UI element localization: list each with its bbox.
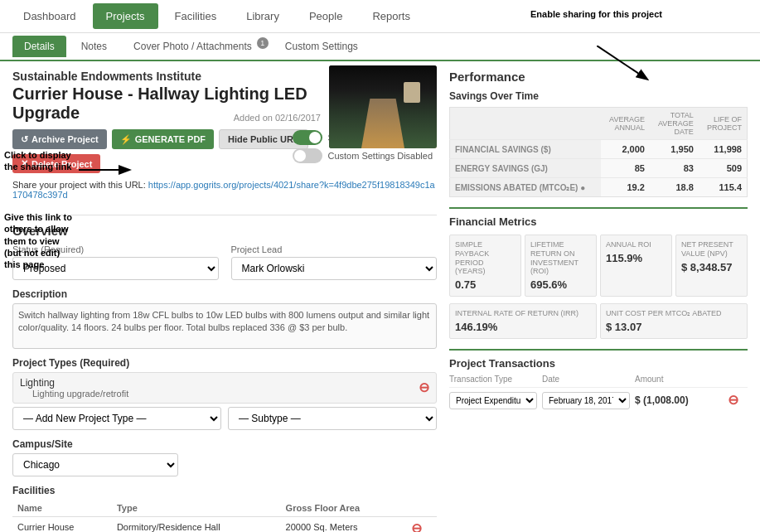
tab-cover-photo[interactable]: Cover Photo / Attachments 1 xyxy=(122,36,270,57)
nav-library[interactable]: Library xyxy=(233,3,293,29)
metric-roi-lifetime: LIFETIME RETURN ON INVESTMENT (ROI) 695.… xyxy=(525,235,597,297)
facility-type: Dormitory/Residence Hall xyxy=(112,517,281,533)
archive-icon: ↺ xyxy=(21,134,28,145)
enable-sharing-annotation: Enable sharing for this project xyxy=(530,8,662,20)
click-sharing-annotation: Click to displaythe sharing link xyxy=(4,149,71,173)
col-trans-type: Transaction Type xyxy=(449,375,537,384)
metric-npv: NET PRESENT VALUE (NPV) $ 8,348.57 xyxy=(675,235,748,297)
separator-1 xyxy=(12,215,437,215)
savings-energy-date: 83 xyxy=(650,159,699,178)
custom-settings-toggle[interactable] xyxy=(293,148,322,163)
col-average-annual: AVERAGEANNUAL xyxy=(601,108,650,140)
facilities-label: Facilities xyxy=(12,485,437,496)
sharing-enabled-toggle[interactable] xyxy=(293,130,322,145)
metric-irr: INTERNAL RATE OF RETURN (IRR) 146.19% xyxy=(449,303,597,339)
savings-energy-life: 509 xyxy=(699,159,748,178)
transaction-row: Project Expenditure February 18, 2017 $ … xyxy=(449,387,748,414)
financial-metrics-grid-2: INTERNAL RATE OF RETURN (IRR) 146.19% UN… xyxy=(449,303,748,339)
savings-financial-life: 11,998 xyxy=(699,140,748,159)
tab-custom-settings[interactable]: Custom Settings xyxy=(274,36,370,57)
add-subtype-select[interactable]: — Subtype — xyxy=(228,407,437,430)
overview-title: Overview xyxy=(12,224,437,238)
metric-irr-value: 146.19% xyxy=(455,321,591,333)
give-link-annotation: Give this link toothers to allowthem to … xyxy=(4,211,72,270)
facilities-container: Facilities Name Type Gross Floor Area Cu… xyxy=(12,485,437,532)
metric-payback-value: 0.75 xyxy=(455,278,516,291)
metric-roi-annual: ANNUAL ROI 115.9% xyxy=(600,235,672,297)
savings-energy-annual: 85 xyxy=(601,159,650,178)
savings-row-emissions: EMISSIONS ABATED (MTCO₂E) ● 19.2 18.8 11… xyxy=(450,178,748,197)
project-photo xyxy=(329,65,437,148)
col-trans-amount: Amount xyxy=(635,375,723,384)
metric-payback: SIMPLE PAYBACK PERIOD (YEARS) 0.75 xyxy=(449,235,521,297)
project-type-item: Lighting Lighting upgrade/retrofit ⊖ xyxy=(12,372,437,404)
svg-line-0 xyxy=(597,46,646,79)
col-life-project: LIFE OFPROJECT xyxy=(699,108,748,140)
remove-transaction-button[interactable]: ⊖ xyxy=(728,394,748,407)
campus-container: Campus/Site Chicago xyxy=(12,438,437,476)
transaction-amount: $ (1,008.00) xyxy=(635,394,723,406)
generate-pdf-button[interactable]: ⚡ GENERATE PDF xyxy=(112,129,214,149)
metric-roi-annual-value: 115.9% xyxy=(606,252,666,264)
custom-settings-label: Custom Settings Disabled xyxy=(327,151,433,161)
nav-reports[interactable]: Reports xyxy=(359,3,424,29)
savings-financial-date: 1,950 xyxy=(650,140,699,159)
financial-metrics-grid: SIMPLE PAYBACK PERIOD (YEARS) 0.75 LIFET… xyxy=(449,235,748,297)
savings-title: Savings Over Time xyxy=(449,90,748,102)
project-lead-select[interactable]: Mark Orlowski xyxy=(231,257,438,280)
tab-notes[interactable]: Notes xyxy=(70,36,119,57)
description-label: Description xyxy=(12,288,437,300)
savings-row-financial: FINANCIAL SAVINGS ($) 2,000 1,950 11,998 xyxy=(450,140,748,159)
main-content: Sustainable Endowments Institute Currier… xyxy=(0,61,760,532)
remove-type-button[interactable]: ⊖ xyxy=(419,381,429,394)
share-url-text: Share your project with this URL: https:… xyxy=(12,180,437,200)
description-text: Switch hallway lighting from 18w CFL bul… xyxy=(12,303,437,349)
metric-roi-annual-label: ANNUAL ROI xyxy=(606,240,666,249)
add-type-row: — Add New Project Type — — Subtype — xyxy=(12,407,437,430)
description-container: Description Switch hallway lighting from… xyxy=(12,288,437,349)
nav-dashboard[interactable]: Dashboard xyxy=(10,3,90,29)
left-panel: Sustainable Endowments Institute Currier… xyxy=(12,70,437,532)
archive-button[interactable]: ↺ Archive Project xyxy=(12,129,107,149)
table-row: Currier House Dormitory/Residence Hall 2… xyxy=(12,517,437,533)
metric-irr-label: INTERNAL RATE OF RETURN (IRR) xyxy=(455,309,591,318)
savings-emissions-annual: 19.2 xyxy=(601,178,650,197)
sharing-section: Share your project with this URL: https:… xyxy=(12,180,437,200)
remove-facility-button[interactable]: ⊖ xyxy=(411,522,432,532)
right-panel: Performance Savings Over Time AVERAGEANN… xyxy=(449,70,748,532)
project-lead-label: Project Lead xyxy=(231,244,438,254)
metric-npv-label: NET PRESENT VALUE (NPV) xyxy=(681,240,742,259)
metric-unit-cost: UNIT COST PER MTCO₂ ABATED $ 13.07 xyxy=(600,303,748,339)
add-type-select[interactable]: — Add New Project Type — xyxy=(12,407,221,430)
facility-name: Currier House xyxy=(12,517,112,533)
project-type-name: Lighting xyxy=(20,377,128,389)
facilities-table: Name Type Gross Floor Area Currier House… xyxy=(12,500,437,532)
tab-details[interactable]: Details xyxy=(12,36,66,57)
status-lead-row: Status (Required) Proposed Project Lead … xyxy=(12,244,437,280)
col-trans-date: Date xyxy=(542,375,630,384)
added-date: Added on 02/16/2017 xyxy=(234,113,321,123)
col-name: Name xyxy=(12,500,112,517)
savings-label-financial: FINANCIAL SAVINGS ($) xyxy=(450,140,601,159)
project-lead-field: Project Lead Mark Orlowski xyxy=(231,244,438,280)
campus-select[interactable]: Chicago xyxy=(12,453,178,476)
metric-unit-cost-value: $ 13.07 xyxy=(606,321,742,333)
col-total-date: TOTALAVERAGEDATE xyxy=(650,108,699,140)
metric-roi-lifetime-value: 695.6% xyxy=(530,278,591,291)
nav-facilities[interactable]: Facilities xyxy=(162,3,230,29)
savings-emissions-life: 115.4 xyxy=(699,178,748,197)
metric-npv-value: $ 8,348.57 xyxy=(681,261,742,273)
transactions-title: Project Transactions xyxy=(449,349,748,370)
savings-emissions-date: 18.8 xyxy=(650,178,699,197)
campus-label: Campus/Site xyxy=(12,438,437,450)
transaction-type-select[interactable]: Project Expenditure xyxy=(449,392,537,409)
nav-projects[interactable]: Projects xyxy=(93,3,158,29)
project-types-container: Project Types (Required) Lighting Lighti… xyxy=(12,357,437,430)
savings-table: AVERAGEANNUAL TOTALAVERAGEDATE LIFE OFPR… xyxy=(449,107,748,197)
nav-people[interactable]: People xyxy=(296,3,356,29)
generate-icon: ⚡ xyxy=(120,134,132,145)
transaction-date-select[interactable]: February 18, 2017 xyxy=(542,392,630,409)
savings-row-energy: ENERGY SAVINGS (GJ) 85 83 509 xyxy=(450,159,748,178)
project-type-sub: Lighting upgrade/retrofit xyxy=(32,389,128,399)
col-area: Gross Floor Area xyxy=(281,500,406,517)
